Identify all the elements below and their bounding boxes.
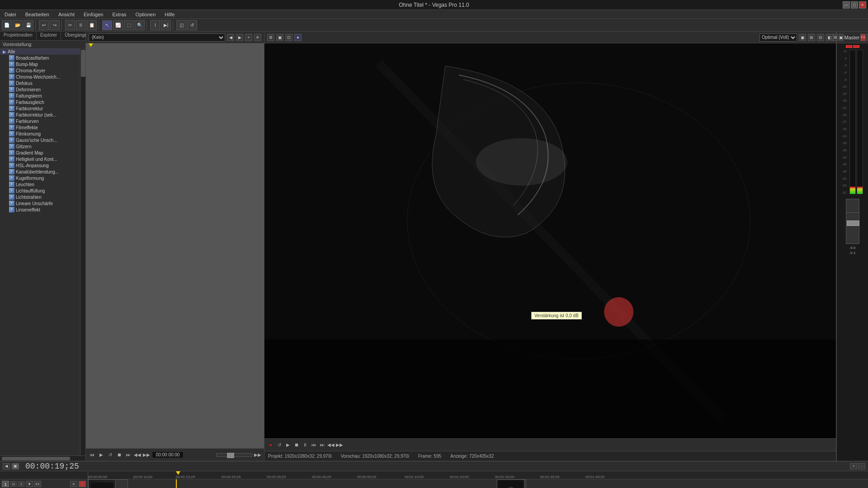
menu-hilfe[interactable]: Hilfe <box>162 12 177 17</box>
effect-delete-btn[interactable]: ✕ <box>254 34 261 41</box>
preview-overlay-btn[interactable]: ● <box>294 34 302 41</box>
effect-chromakeyer[interactable]: f Chroma-Keyer <box>0 67 80 74</box>
effect-broadcastfarben[interactable]: f Broadcastfarben <box>0 55 80 61</box>
effect-farbausgleich[interactable]: f Farbausgleich <box>0 99 80 105</box>
new-button[interactable]: 📄 <box>2 20 12 30</box>
goto-end-btn[interactable]: ⏭ <box>125 451 132 459</box>
effect-add-btn[interactable]: + <box>245 34 252 41</box>
effect-glitzern[interactable]: f Glitzern <box>0 143 80 150</box>
master-fx-btn[interactable]: FX <box>860 34 866 41</box>
redo-button[interactable]: ↪ <box>50 20 60 30</box>
master-fader[interactable] <box>846 199 859 244</box>
preview-btn1[interactable]: ▣ <box>799 34 806 41</box>
effect-filmkornung[interactable]: f Filmkornung <box>0 131 80 137</box>
effect-farbkurven[interactable]: f Farbkurven <box>0 118 80 124</box>
envelope-btn[interactable]: 📈 <box>113 20 123 30</box>
loop-btn[interactable]: ↺ <box>187 20 197 30</box>
copy-button[interactable]: ⎘ <box>76 20 86 30</box>
preview-safe-btn[interactable]: ⊡ <box>285 34 292 41</box>
timeline-ruler[interactable]: 00:00:00;00 00:00:10;00 00:00:19;29 00:0… <box>88 471 868 479</box>
effect-gradientmap[interactable]: f Gradient Map <box>0 150 80 156</box>
menu-optionen[interactable]: Optionen <box>133 12 159 17</box>
video-mute-btn[interactable]: M <box>10 481 17 487</box>
prev-frame-btn[interactable]: ◀◀ <box>134 451 141 459</box>
effect-gauss[interactable]: f Gauss'sche Unsch... <box>0 137 80 143</box>
video-key-btn[interactable]: ! <box>79 481 86 487</box>
effect-farbkorrektur[interactable]: f Farbkorrektur <box>0 105 80 112</box>
effect-kanal[interactable]: f Kanalüberblendung... <box>0 169 80 175</box>
preview-btn2[interactable]: ⊞ <box>808 34 815 41</box>
paste-button[interactable]: 📋 <box>87 20 97 30</box>
menu-bearbeiten[interactable]: Bearbeiten <box>23 12 52 17</box>
window-controls[interactable]: — □ ✕ <box>843 1 866 9</box>
master-btn2[interactable]: ▣ <box>839 34 844 41</box>
effect-next-btn[interactable]: ▶ <box>236 34 243 41</box>
preview-btn3[interactable]: ⊟ <box>817 34 824 41</box>
effect-lichtstrahlen[interactable]: f Lichtstrahlen <box>0 194 80 200</box>
stop-btn2[interactable]: ⏹ <box>293 441 300 449</box>
close-button[interactable]: ✕ <box>859 1 866 9</box>
fader-handle[interactable] <box>847 221 859 226</box>
effect-defokus[interactable]: f Defokus <box>0 80 80 86</box>
effect-filmeffekte[interactable]: f Filmeffekte <box>0 124 80 131</box>
preview-position-slider[interactable] <box>216 453 252 457</box>
video-fx-btn[interactable]: FX <box>34 481 41 487</box>
quality-select[interactable]: Optimal (Voll) <box>760 33 797 42</box>
tl-zoom-in[interactable]: + <box>850 463 857 469</box>
effect-linunsch[interactable]: f Lineare Unschärfe <box>0 200 80 206</box>
effect-faltungskern[interactable]: f Faltungskern <box>0 93 80 99</box>
preview-display-btn[interactable]: ▣ <box>276 34 283 41</box>
cursor-btn[interactable]: ↖ <box>102 20 112 30</box>
snap-btn[interactable]: ◫ <box>176 20 186 30</box>
effect-chromaweich[interactable]: f Chroma-Weichzeich... <box>0 74 80 80</box>
hscroll-thumb[interactable] <box>2 457 70 460</box>
maximize-button[interactable]: □ <box>851 1 858 9</box>
record-btn[interactable]: ● <box>267 441 274 449</box>
video-comp-btn[interactable]: ≡ <box>70 481 77 487</box>
minimize-button[interactable]: — <box>843 1 850 9</box>
preview-settings-btn[interactable]: ⚙ <box>267 34 274 41</box>
menu-einfuegen[interactable]: Einfügen <box>81 12 106 17</box>
menu-extras[interactable]: Extras <box>109 12 129 17</box>
play-btn[interactable]: ▶ <box>98 451 105 459</box>
effect-bumpmap[interactable]: f Bump-Map <box>0 61 80 67</box>
play-btn2[interactable]: ▶ <box>284 441 292 449</box>
more-btn[interactable]: ▶▶ <box>254 451 261 459</box>
effect-lichtauff[interactable]: f Lichtauffüllung <box>0 188 80 194</box>
effects-category-all[interactable]: ▶ Alle <box>0 49 80 55</box>
tl-btn2[interactable]: ▣ <box>12 463 19 469</box>
open-button[interactable]: 📂 <box>13 20 23 30</box>
scroll-thumb[interactable] <box>81 50 85 77</box>
step-back-btn[interactable]: ⏮ <box>310 441 317 449</box>
tab-explorer[interactable]: Explorer <box>37 32 61 40</box>
video-solo-btn[interactable]: S <box>18 481 24 487</box>
split-btn[interactable]: ⌇ <box>150 20 160 30</box>
preview-btn4[interactable]: ◧ <box>826 34 833 41</box>
cut-button[interactable]: ✂ <box>65 20 75 30</box>
menu-ansicht[interactable]: Ansicht <box>56 12 77 17</box>
effect-leuchten[interactable]: f Leuchten <box>0 181 80 188</box>
next-frame-btn2[interactable]: ▶▶ <box>336 441 343 449</box>
loop-btn2[interactable]: ↺ <box>107 451 114 459</box>
pause-btn[interactable]: ⏸ <box>302 441 309 449</box>
effect-helligkeit[interactable]: f Helligkeit und Kont... <box>0 156 80 162</box>
tl-btn1[interactable]: ◀ <box>3 463 10 469</box>
select-btn[interactable]: ⬚ <box>124 20 134 30</box>
video-clip-black[interactable] <box>88 479 128 488</box>
effect-farbkorrektur2[interactable]: f Farbkorrektur (sek... <box>0 112 80 118</box>
tab-projektmedien[interactable]: Projektmedien <box>0 32 37 40</box>
effect-hsl[interactable]: f HSL-Anpassung <box>0 162 80 169</box>
effect-prev-btn[interactable]: ◀ <box>227 34 234 41</box>
menu-datei[interactable]: Datei <box>2 12 19 17</box>
effect-select[interactable]: (Kein) <box>89 33 225 42</box>
video-clip-end[interactable] <box>497 479 526 488</box>
loop-btn3[interactable]: ↺ <box>276 441 283 449</box>
effect-kugelformung[interactable]: f Kugelformung <box>0 175 80 181</box>
effect-deformieren[interactable]: f Deformieren <box>0 86 80 93</box>
undo-button[interactable]: ↩ <box>39 20 49 30</box>
tl-zoom-out[interactable]: - <box>858 463 865 469</box>
step-fwd-btn[interactable]: ⏭ <box>319 441 326 449</box>
trim-btn[interactable]: ▶| <box>161 20 171 30</box>
next-frame-btn[interactable]: ▶▶ <box>143 451 150 459</box>
effects-hscrollbar[interactable] <box>0 455 85 461</box>
